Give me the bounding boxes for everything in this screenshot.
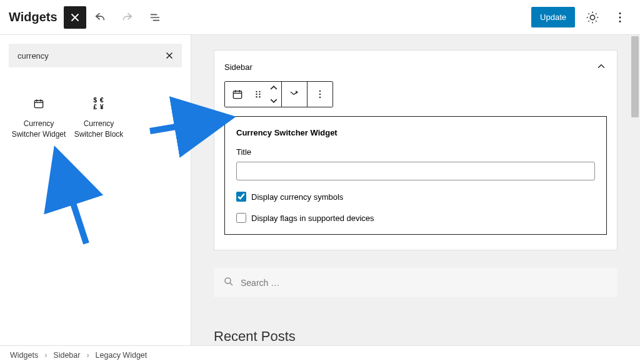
main-area: Currency Switcher Widget $ €£ ¥ Currency… <box>0 35 640 345</box>
search-widget-wrapper: Search … Recent Posts <box>214 268 618 345</box>
editor-top-toolbar: Widgets Update <box>0 0 640 35</box>
options-button[interactable] <box>609 6 631 29</box>
recent-posts-heading: Recent Posts <box>214 328 618 345</box>
calendar-icon <box>231 88 244 101</box>
close-icon <box>164 50 175 61</box>
title-input[interactable] <box>236 162 595 180</box>
search-icon <box>223 276 234 289</box>
svg-point-11 <box>319 91 321 92</box>
close-icon <box>68 11 82 24</box>
option-display-flags[interactable]: Display flags in supported devices <box>236 213 595 223</box>
block-toolbar <box>224 81 333 107</box>
currencies-icon: $ €£ ¥ <box>91 96 106 111</box>
move-buttons[interactable] <box>266 82 281 107</box>
svg-point-9 <box>256 96 257 97</box>
block-item-currency-switcher-block[interactable]: $ €£ ¥ Currency Switcher Block <box>69 92 129 144</box>
svg-point-14 <box>225 278 231 283</box>
svg-point-0 <box>619 12 621 14</box>
breadcrumb-item[interactable]: Widgets <box>10 351 38 360</box>
svg-point-5 <box>256 91 257 92</box>
settings-button[interactable] <box>581 6 604 29</box>
search-placeholder: Search … <box>241 278 279 288</box>
block-inserter-panel: Currency Switcher Widget $ €£ ¥ Currency… <box>0 35 191 345</box>
chevron-up-icon <box>596 61 607 72</box>
block-search-box <box>9 44 182 67</box>
svg-point-2 <box>619 20 621 22</box>
svg-point-6 <box>259 91 260 92</box>
svg-point-1 <box>619 16 621 18</box>
option-label: Display flags in supported devices <box>251 214 374 223</box>
block-search-input[interactable] <box>18 51 159 61</box>
breadcrumb-item[interactable]: Sidebar <box>53 351 80 360</box>
scrollbar-thumb[interactable] <box>631 36 639 117</box>
search-widget[interactable]: Search … <box>214 268 618 297</box>
close-inserter-button[interactable] <box>64 6 86 29</box>
more-vertical-icon <box>314 88 326 101</box>
svg-point-10 <box>259 96 260 97</box>
widget-area-name: Sidebar <box>224 62 252 72</box>
move-to-widget-area-button[interactable] <box>282 82 307 107</box>
svg-point-13 <box>319 97 321 98</box>
chevron-up-icon <box>268 82 280 94</box>
svg-rect-4 <box>233 91 241 99</box>
block-type-button[interactable] <box>225 82 250 107</box>
gear-icon <box>586 11 599 24</box>
selected-widget-block[interactable]: Currency Switcher Widget Title Display c… <box>224 116 607 235</box>
calendar-icon <box>31 96 46 111</box>
list-view-button[interactable] <box>144 6 166 29</box>
breadcrumb-item[interactable]: Legacy Widget <box>96 351 148 360</box>
redo-button[interactable] <box>116 6 139 29</box>
title-field-label: Title <box>236 147 595 157</box>
undo-button[interactable] <box>89 6 111 29</box>
svg-rect-3 <box>34 101 42 108</box>
page-title: Widgets <box>9 10 58 24</box>
block-results: Currency Switcher Widget $ €£ ¥ Currency… <box>9 92 182 144</box>
undo-icon <box>93 11 107 24</box>
scrollbar-track[interactable] <box>630 35 640 345</box>
chevron-down-icon <box>268 95 280 107</box>
update-button[interactable]: Update <box>531 7 575 27</box>
widget-area-card: Sidebar <box>214 50 618 250</box>
checkbox-symbols[interactable] <box>236 192 246 202</box>
widget-heading: Currency Switcher Widget <box>236 128 595 137</box>
checkbox-flags[interactable] <box>236 213 246 223</box>
more-vertical-icon <box>613 11 627 24</box>
option-display-symbols[interactable]: Display currency symbols <box>236 192 595 202</box>
chevron-right-icon: › <box>86 351 89 360</box>
drag-handle[interactable] <box>250 82 266 107</box>
move-icon <box>288 88 301 101</box>
breadcrumb: Widgets › Sidebar › Legacy Widget <box>0 345 640 364</box>
svg-point-12 <box>319 94 321 95</box>
svg-point-7 <box>256 94 257 95</box>
block-options-button[interactable] <box>308 82 332 107</box>
clear-search-button[interactable] <box>161 47 178 64</box>
collapse-area-button[interactable] <box>596 61 607 74</box>
drag-icon <box>252 88 264 101</box>
svg-point-8 <box>259 94 260 95</box>
option-label: Display currency symbols <box>251 192 343 202</box>
block-item-label: Currency Switcher Block <box>70 119 128 140</box>
block-item-label: Currency Switcher Widget <box>10 119 68 140</box>
block-item-currency-switcher-widget[interactable]: Currency Switcher Widget <box>9 92 69 144</box>
chevron-right-icon: › <box>44 351 47 360</box>
redo-icon <box>121 11 134 24</box>
list-view-icon <box>148 11 162 24</box>
editor-canvas: Sidebar <box>191 35 640 345</box>
